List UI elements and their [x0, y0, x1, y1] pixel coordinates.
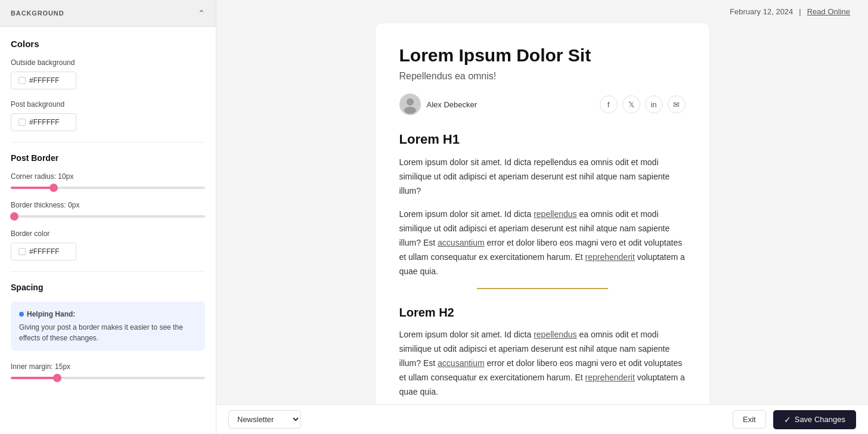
helping-hand-title: Helping Hand: [19, 309, 197, 320]
border-thickness-thumb[interactable] [10, 212, 18, 221]
sidebar-section-title: BACKGROUND [11, 10, 64, 17]
post-title: Lorem Ipsum Dolor Sit [399, 45, 686, 66]
repellendus-link-1[interactable]: repellendus [534, 209, 576, 219]
reprehenderit-link-2[interactable]: reprehenderit [585, 373, 635, 382]
footer-bar: Newsletter Exit ✓ Save Changes [216, 404, 868, 434]
helping-hand-text: Giving your post a border makes it easie… [19, 322, 197, 343]
post-paragraph-3: Lorem ipsum dolor sit amet. Id dicta rep… [399, 328, 686, 399]
linkedin-icon[interactable]: in [645, 95, 663, 113]
corner-radius-slider-wrap: Corner radius: 10px [11, 172, 205, 189]
blue-dot-icon [19, 312, 24, 317]
twitter-icon[interactable]: 𝕏 [622, 95, 640, 113]
corner-radius-track [11, 187, 205, 189]
corner-radius-fill [11, 187, 54, 189]
border-color-swatch [18, 248, 26, 255]
author-name: Alex Debecker [427, 100, 478, 109]
newsletter-select[interactable]: Newsletter [228, 410, 301, 429]
helping-hand-label: Helping Hand: [27, 309, 75, 320]
post-heading-1: Lorem H1 [399, 132, 686, 147]
exit-button[interactable]: Exit [733, 410, 766, 429]
topbar-separator: | [799, 7, 801, 16]
colors-section-title: Colors [11, 39, 205, 49]
helping-hand-box: Helping Hand: Giving your post a border … [11, 302, 205, 351]
sidebar-content: Colors Outside background #FFFFFF Post b… [0, 27, 216, 403]
outside-bg-label: Outside background [11, 58, 205, 67]
outside-bg-input[interactable]: #FFFFFF [11, 72, 76, 89]
border-thickness-label: Border thickness: 0px [11, 201, 205, 209]
save-button[interactable]: ✓ Save Changes [773, 410, 856, 429]
facebook-icon[interactable]: f [600, 95, 618, 113]
post-card: Lorem Ipsum Dolor Sit Repellendus ea omn… [376, 23, 709, 434]
divider-1 [11, 142, 205, 142]
reprehenderit-link-1[interactable]: reprehenderit [585, 252, 635, 262]
topbar-date: February 12, 2024 [730, 7, 793, 16]
social-icons: f 𝕏 in ✉ [600, 95, 686, 113]
corner-radius-label: Corner radius: 10px [11, 172, 205, 181]
author-row: Alex Debecker f 𝕏 in ✉ [399, 94, 686, 115]
read-online-link[interactable]: Read Online [807, 7, 850, 16]
post-paragraph-2: Lorem ipsum dolor sit amet. Id dicta rep… [399, 207, 686, 278]
accusantium-link-2[interactable]: accusantium [438, 358, 485, 368]
outside-bg-value: #FFFFFF [29, 76, 60, 85]
post-bg-input[interactable]: #FFFFFF [11, 113, 76, 131]
author-info: Alex Debecker [399, 94, 478, 115]
accusantium-link-1[interactable]: accusantium [438, 238, 485, 247]
corner-radius-thumb[interactable] [49, 184, 58, 192]
footer-right: Exit ✓ Save Changes [733, 410, 856, 429]
inner-margin-label: Inner margin: 15px [11, 362, 205, 371]
inner-margin-thumb[interactable] [53, 374, 61, 382]
border-thickness-track [11, 215, 205, 218]
yellow-divider [477, 288, 608, 289]
post-subtitle: Repellendus ea omnis! [399, 71, 686, 82]
save-icon: ✓ [784, 415, 791, 424]
inner-margin-fill [11, 377, 57, 379]
save-label: Save Changes [795, 415, 845, 424]
svg-point-2 [404, 107, 416, 114]
post-heading-2: Lorem H2 [399, 306, 686, 320]
post-border-title: Post Border [11, 153, 205, 163]
border-color-value: #FFFFFF [29, 247, 60, 256]
divider-2 [11, 271, 205, 272]
email-icon[interactable]: ✉ [668, 95, 686, 113]
post-bg-label: Post background [11, 100, 205, 108]
border-color-label: Border color [11, 230, 205, 238]
border-thickness-slider-wrap: Border thickness: 0px [11, 201, 205, 218]
post-bg-value: #FFFFFF [29, 118, 60, 126]
inner-margin-track [11, 377, 205, 379]
post-paragraph-1: Lorem ipsum dolor sit amet. Id dicta rep… [399, 156, 686, 198]
border-color-input[interactable]: #FFFFFF [11, 243, 76, 261]
svg-point-1 [407, 98, 414, 106]
outside-bg-swatch [18, 77, 26, 84]
spacing-title: Spacing [11, 283, 205, 292]
sidebar: BACKGROUND ⌃ Colors Outside background #… [0, 0, 216, 434]
sidebar-header: BACKGROUND ⌃ [0, 0, 216, 27]
content-topbar: February 12, 2024 | Read Online [216, 0, 868, 23]
post-bg-swatch [18, 119, 26, 126]
content-area: February 12, 2024 | Read Online Lorem Ip… [216, 0, 868, 434]
avatar [399, 94, 421, 115]
repellendus-link-2[interactable]: repellendus [534, 330, 576, 339]
collapse-icon[interactable]: ⌃ [198, 8, 205, 18]
inner-margin-slider-wrap: Inner margin: 15px [11, 362, 205, 379]
